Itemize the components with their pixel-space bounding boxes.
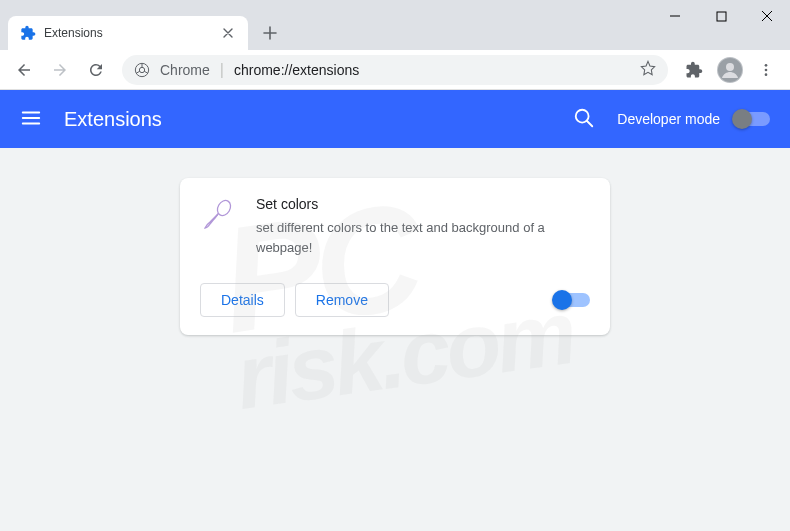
developer-mode-label: Developer mode <box>617 111 720 127</box>
search-icon[interactable] <box>573 107 597 131</box>
maximize-button[interactable] <box>698 0 744 32</box>
bookmark-star-icon[interactable] <box>640 60 656 80</box>
new-tab-button[interactable] <box>256 19 284 47</box>
svg-point-4 <box>726 63 734 71</box>
tab-title: Extensions <box>44 26 212 40</box>
remove-button[interactable]: Remove <box>295 283 389 317</box>
close-window-button[interactable] <box>744 0 790 32</box>
svg-point-5 <box>765 64 768 67</box>
extension-enable-toggle[interactable] <box>554 293 590 307</box>
extensions-toolbar-icon[interactable] <box>678 54 710 86</box>
reload-button[interactable] <box>80 54 112 86</box>
close-tab-icon[interactable] <box>220 25 236 41</box>
omnibox-separator: | <box>220 61 224 79</box>
address-bar[interactable]: Chrome | chrome://extensions <box>122 55 668 85</box>
hamburger-menu-icon[interactable] <box>20 107 44 131</box>
chrome-icon <box>134 62 150 78</box>
content-area: Set colors set different colors to the t… <box>0 148 790 365</box>
svg-point-7 <box>765 73 768 76</box>
svg-rect-0 <box>717 12 726 21</box>
extension-puzzle-icon <box>20 25 36 41</box>
svg-point-2 <box>139 67 144 72</box>
browser-tab[interactable]: Extensions <box>8 16 248 50</box>
paintbrush-icon <box>200 198 236 234</box>
developer-mode-toggle[interactable] <box>734 112 770 126</box>
menu-dots-icon[interactable] <box>750 54 782 86</box>
minimize-button[interactable] <box>652 0 698 32</box>
extension-card: Set colors set different colors to the t… <box>180 178 610 335</box>
extension-name: Set colors <box>256 196 590 212</box>
svg-point-6 <box>765 68 768 71</box>
details-button[interactable]: Details <box>200 283 285 317</box>
extensions-header: Extensions Developer mode <box>0 90 790 148</box>
omnibox-url: chrome://extensions <box>234 62 630 78</box>
page-title: Extensions <box>64 108 573 131</box>
back-button[interactable] <box>8 54 40 86</box>
browser-toolbar: Chrome | chrome://extensions <box>0 50 790 90</box>
profile-avatar[interactable] <box>714 54 746 86</box>
omnibox-scheme-label: Chrome <box>160 62 210 78</box>
forward-button[interactable] <box>44 54 76 86</box>
extension-description: set different colors to the text and bac… <box>256 218 590 257</box>
tab-strip: Extensions <box>0 10 790 50</box>
